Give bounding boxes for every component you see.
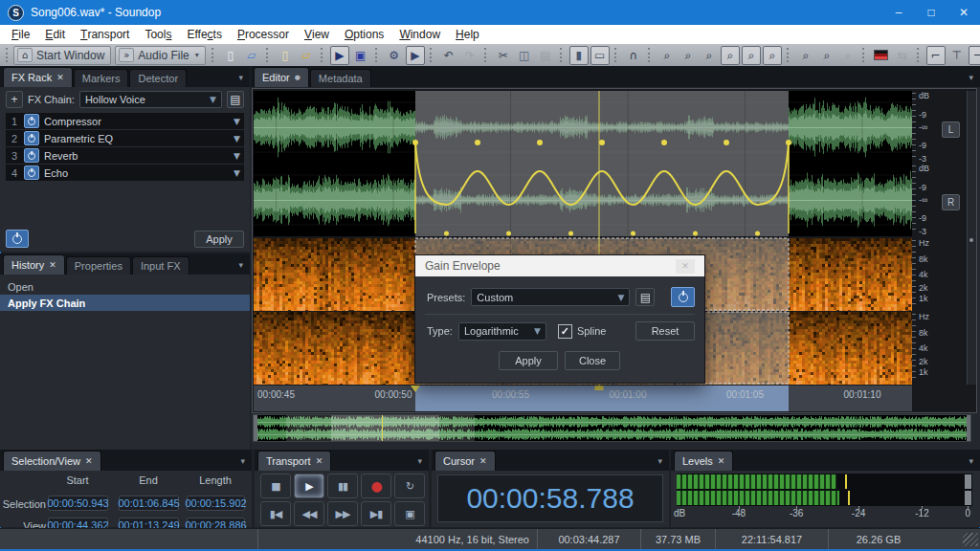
fast-forward-button[interactable]: ▶▶ [327, 501, 358, 526]
tab-cursor[interactable]: Cursor✕ [434, 451, 496, 471]
timeline-ruler[interactable]: 00:00:4500:00:5000:00:5500:01:0000:01:05… [254, 386, 912, 411]
fx-power-button[interactable] [24, 114, 39, 128]
save-file-icon[interactable]: ▣ [351, 46, 370, 65]
tab-history[interactable]: History✕ [3, 254, 65, 275]
history-item[interactable]: Open [0, 278, 250, 295]
zoom-in-vertical-icon[interactable]: ⌕ [796, 46, 815, 65]
fx-rack-power-button[interactable] [6, 230, 29, 248]
presets-select[interactable]: Custom ▼ [471, 288, 630, 306]
scrollbar-knob[interactable] [969, 238, 973, 242]
time-selection-icon[interactable]: ▮ [569, 46, 589, 65]
panel-menu-caret[interactable]: ▾ [657, 456, 662, 466]
zoom-out-selection-icon[interactable]: ⌕ [679, 46, 698, 65]
trim-to-selection-icon[interactable]: ⌐ [926, 46, 946, 65]
dialog-title-bar[interactable]: Gain Envelope ✕ [415, 255, 704, 276]
chevron-down-icon[interactable]: ▼ [234, 117, 240, 126]
open-file-icon[interactable]: ▱ [242, 46, 261, 65]
panel-menu-caret[interactable]: ▾ [238, 260, 243, 270]
tab-input-fx[interactable]: Input FX [132, 256, 189, 275]
resize-grip[interactable] [963, 533, 978, 546]
vertical-scrollbar[interactable] [967, 91, 976, 385]
menu-file[interactable]: File [4, 25, 37, 44]
spline-checkbox[interactable]: ✓ [558, 324, 572, 339]
zoom-in-selection-icon[interactable]: ⌕ [657, 46, 677, 65]
zoom-out-icon[interactable]: ⌕ [742, 46, 761, 65]
stop-button[interactable]: ■ [260, 474, 291, 498]
panel-menu-caret[interactable]: ▾ [238, 73, 243, 82]
loop-button[interactable]: ↻ [394, 474, 425, 498]
menu-view[interactable]: View [297, 25, 337, 44]
tab-metadata[interactable]: Metadata [310, 69, 371, 87]
menu-processor[interactable]: Processor [230, 25, 297, 44]
type-select[interactable]: Logarithmic ▼ [458, 322, 546, 341]
left-channel-badge[interactable]: L [942, 121, 960, 138]
fx-power-button[interactable] [24, 148, 39, 163]
new-file-icon[interactable]: ▯ [221, 46, 240, 65]
add-fx-button[interactable]: + [6, 91, 23, 108]
preview-editor-icon[interactable]: ▶ [406, 46, 425, 65]
new-audio-file-icon[interactable]: ▯ [276, 46, 295, 65]
chevron-down-icon[interactable]: ▼ [234, 134, 240, 143]
zoom-in-icon[interactable]: ⌕ [721, 46, 740, 65]
trim-left-icon[interactable]: ¬ [969, 46, 980, 65]
zoom-out-vertical-icon[interactable]: ⌕ [817, 46, 836, 65]
right-channel-badge[interactable]: R [942, 194, 960, 210]
zoom-full-icon[interactable]: ⌕ [763, 46, 782, 65]
clip-indicator-left[interactable] [965, 474, 971, 489]
apply-button[interactable]: Apply [499, 351, 558, 370]
maximize-button[interactable]: □ [915, 0, 947, 25]
spectral-display-icon[interactable] [872, 46, 891, 65]
redo-icon[interactable]: ↷ [460, 46, 479, 65]
menu-edit[interactable]: Edit [37, 25, 73, 44]
fx-chain-menu-button[interactable]: ▤ [227, 91, 244, 108]
apply-fx-button[interactable]: Apply [194, 231, 244, 248]
tab-properties[interactable]: Properties [66, 256, 131, 275]
panel-menu-caret[interactable]: ▾ [969, 73, 973, 82]
overview-strip[interactable] [253, 414, 971, 442]
overview-selection[interactable] [331, 415, 439, 441]
minimize-button[interactable]: – [882, 0, 915, 25]
selection-end-value[interactable]: 00:01:06.845 [119, 496, 179, 511]
clip-indicator-right[interactable] [965, 491, 971, 505]
waveform-left-channel[interactable] [254, 91, 912, 164]
menu-transport[interactable]: Transport [73, 25, 137, 44]
zoom-cursor-icon[interactable]: ⌕ [700, 46, 719, 65]
envelope-power-button[interactable] [671, 287, 695, 307]
settings-icon[interactable]: ⚙ [385, 46, 404, 65]
marquee-selection-icon[interactable]: ▭ [590, 46, 610, 65]
tab-transport[interactable]: Transport✕ [257, 451, 331, 471]
paste-icon[interactable]: ▤ [536, 46, 555, 65]
selection-length-value[interactable]: 00:00:15.902 [187, 496, 245, 511]
presets-menu-button[interactable]: ▤ [635, 288, 655, 306]
overview-right-cap[interactable] [967, 415, 970, 441]
waveform-right-channel[interactable] [254, 164, 912, 236]
undo-icon[interactable]: ↶ [439, 46, 458, 65]
reset-button[interactable]: Reset [635, 321, 695, 341]
tab-editor[interactable]: Editor● [254, 67, 309, 87]
fx-row-parametric-eq[interactable]: 2Parametric EQ▼ [6, 130, 244, 146]
tab-detector[interactable]: Detector [129, 69, 187, 87]
menu-help[interactable]: Help [448, 25, 487, 44]
timeline-cursor-marker[interactable] [595, 386, 604, 390]
fx-row-reverb[interactable]: 3Reverb▼ [6, 147, 244, 164]
close-dialog-button[interactable]: Close [565, 351, 620, 370]
audio-file-button[interactable]: » Audio File ▾ [115, 46, 205, 65]
open-audio-file-icon[interactable]: ▱ [297, 46, 316, 65]
play-button[interactable]: ▶ [294, 474, 324, 498]
close-button[interactable]: ✕ [947, 0, 980, 25]
menu-options[interactable]: Options [337, 25, 391, 44]
panel-menu-caret[interactable]: ▾ [417, 456, 422, 466]
tab-selection-view[interactable]: Selection/View✕ [3, 451, 101, 471]
fade-marker-icon[interactable]: ⊤ [947, 46, 967, 65]
cut-icon[interactable]: ✂ [494, 46, 513, 65]
menu-tools[interactable]: Tools [137, 25, 179, 44]
start-window-button[interactable]: ⌂ Start Window [13, 46, 111, 65]
toggle-channels-icon[interactable]: ⇆ [893, 46, 912, 65]
fx-row-compressor[interactable]: 1Compressor▼ [6, 113, 244, 129]
menu-effects[interactable]: Effects [179, 25, 229, 44]
copy-icon[interactable]: ◫ [515, 46, 534, 65]
fx-chain-select[interactable]: Hollow Voice ▼ [79, 91, 222, 108]
record-button[interactable]: ● [361, 474, 391, 498]
fx-power-button[interactable] [24, 165, 39, 180]
rewind-button[interactable]: ◀◀ [294, 501, 324, 526]
